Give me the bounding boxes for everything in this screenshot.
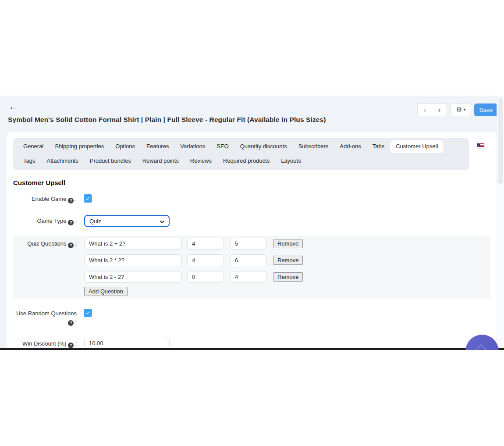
- tab[interactable]: Options: [110, 140, 141, 153]
- answer-a-input[interactable]: [187, 254, 224, 266]
- tab[interactable]: Required products: [217, 155, 275, 168]
- back-arrow-icon[interactable]: ←: [9, 102, 18, 111]
- use-random-questions-label: Use Random Questions?:: [13, 310, 77, 326]
- tab[interactable]: Layouts: [275, 155, 307, 168]
- answer-b-input[interactable]: [230, 271, 267, 283]
- question-input[interactable]: [84, 238, 182, 250]
- game-type-select[interactable]: Quiz: [84, 215, 170, 227]
- tab-row-1: General Shipping properties Options Feat…: [18, 139, 465, 154]
- tab[interactable]: Variations: [174, 140, 211, 153]
- quiz-question-row: Remove: [84, 238, 303, 250]
- use-random-questions-checkbox[interactable]: ✓: [84, 309, 92, 317]
- remove-question-button[interactable]: Remove: [273, 272, 303, 282]
- tab[interactable]: Quantity discounts: [234, 140, 293, 153]
- page-title: Symbol Men's Solid Cotton Formal Shirt |…: [8, 116, 326, 124]
- enable-game-label: Enable Game?:: [13, 195, 77, 203]
- screenshot-stage: ← Symbol Men's Solid Cotton Formal Shirt…: [0, 0, 504, 446]
- add-question-button[interactable]: Add Question: [84, 287, 128, 296]
- window-bottom-edge: [0, 348, 504, 350]
- tab[interactable]: Shipping properties: [49, 140, 110, 153]
- tab[interactable]: Tags: [18, 155, 41, 168]
- help-icon[interactable]: ?: [68, 198, 74, 203]
- tab[interactable]: Subscribers: [293, 140, 334, 153]
- help-icon[interactable]: ?: [68, 320, 74, 326]
- tab[interactable]: Customer Upsell: [390, 140, 444, 153]
- question-input[interactable]: [84, 271, 182, 283]
- tab[interactable]: Product bundles: [84, 155, 137, 168]
- chevron-down-icon: ▾: [464, 108, 465, 112]
- scrollbar-thumb[interactable]: [498, 97, 503, 184]
- tab[interactable]: Add-ons: [334, 140, 366, 153]
- quiz-question-row: Remove: [84, 254, 303, 266]
- remove-question-button[interactable]: Remove: [273, 256, 303, 265]
- tab[interactable]: Reward points: [137, 155, 185, 168]
- check-icon: ✓: [85, 196, 90, 202]
- answer-b-input[interactable]: [230, 238, 267, 250]
- quiz-questions-section: Quiz Questions?: Remove Re: [13, 235, 490, 299]
- quiz-question-row: Remove: [84, 271, 303, 283]
- win-discount-input[interactable]: [84, 337, 170, 349]
- settings-dropdown-button[interactable]: ⚙ ▾: [451, 103, 471, 116]
- chat-widget-logo-icon: [475, 344, 487, 350]
- next-product-button[interactable]: ›: [432, 103, 447, 116]
- tab-row-2: Tags Attachments Product bundles Reward …: [18, 154, 465, 168]
- prev-next-button-group: ‹ ›: [417, 103, 447, 116]
- enable-game-checkbox[interactable]: ✓: [84, 194, 92, 203]
- chevron-down-icon: [160, 219, 165, 225]
- help-icon[interactable]: ?: [68, 243, 74, 248]
- tab[interactable]: SEO: [211, 140, 234, 153]
- win-discount-label: Win Discount (%)?:: [13, 340, 77, 348]
- answer-b-input[interactable]: [230, 254, 267, 266]
- help-icon[interactable]: ?: [68, 343, 74, 348]
- section-heading: Customer Upsell: [13, 179, 65, 186]
- save-button[interactable]: Save: [474, 103, 498, 116]
- game-type-label: Game Type?:: [13, 217, 77, 225]
- remove-question-button[interactable]: Remove: [273, 239, 303, 248]
- quiz-questions-label: Quiz Questions?:: [13, 240, 77, 248]
- scrollbar-track[interactable]: [497, 96, 504, 350]
- quiz-rows: Remove Remove Remove: [84, 238, 303, 288]
- tab[interactable]: Reviews: [185, 155, 217, 168]
- check-icon: ✓: [85, 310, 90, 316]
- tab[interactable]: General: [18, 140, 49, 153]
- tab[interactable]: Features: [141, 140, 174, 153]
- tab[interactable]: Attachments: [41, 155, 84, 168]
- product-tabs: General Shipping properties Options Feat…: [13, 138, 469, 170]
- question-input[interactable]: [84, 254, 182, 266]
- gear-icon: ⚙: [456, 107, 462, 113]
- admin-window: ← Symbol Men's Solid Cotton Formal Shirt…: [0, 96, 504, 350]
- us-flag-icon: [477, 143, 484, 148]
- answer-a-input[interactable]: [187, 271, 224, 283]
- help-icon[interactable]: ?: [68, 220, 74, 225]
- tab[interactable]: Tabs: [367, 140, 390, 153]
- answer-a-input[interactable]: [187, 238, 224, 250]
- previous-product-button[interactable]: ‹: [417, 103, 432, 116]
